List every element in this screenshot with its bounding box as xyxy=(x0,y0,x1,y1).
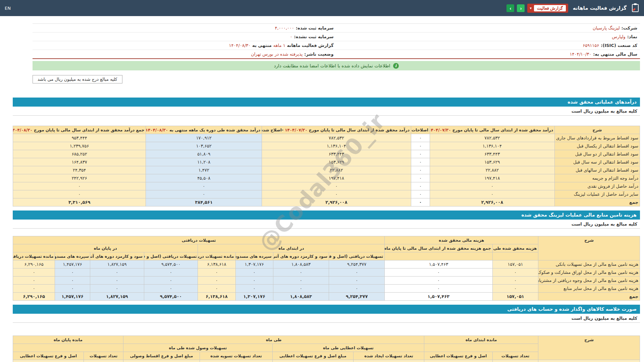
table-row: سود اقساط انتقالی از دو سال قبل۶۳۳,۴۴۳۰۶… xyxy=(13,150,640,158)
value-cell: ۲۲,۸۸۲ xyxy=(430,166,554,174)
fiscal-year-field: سال مالی منتهی به: ۱۴۰۴/۱۰/۳۰ xyxy=(336,50,640,58)
empty-header-cell xyxy=(385,252,492,260)
header-text: -اصلاح شده xyxy=(262,128,285,132)
loans-summary-table: شرح مانده ابتدای ماه طی ماه مانده پایان … xyxy=(13,336,640,362)
income-table-body: سود اقساط مربوط به قراردادهای سال جاری۷۸… xyxy=(13,134,640,206)
value-cell: ۰ xyxy=(411,190,430,198)
group-during-month: طی ماه xyxy=(123,336,424,344)
value-cell: ۱۹۷,۴۱۸ xyxy=(430,174,554,182)
company-info-table: شرکت: لیزینگ پارسیان سرمایه ثبت شده: ۴,۰… xyxy=(33,23,640,59)
topbar: گزارش فعالیت ماهانه گزارش فعالیت ▾ › ‹ E… xyxy=(0,0,644,16)
value-cell: ۰ xyxy=(144,285,198,293)
report-type-label: گزارش فعالیت xyxy=(534,5,566,11)
row-label xyxy=(538,360,640,362)
chevron-down-icon: ▾ xyxy=(530,6,532,10)
amounts-unit-box: کلیه مبالغ درج شده به میلیون ریال می باش… xyxy=(33,75,122,83)
company-info-row: شرکت: لیزینگ پارسیان سرمایه ثبت شده: ۴,۰… xyxy=(33,24,640,33)
report-type-dropdown[interactable]: گزارش فعالیت ▾ xyxy=(527,4,568,13)
value-cell: ۰ xyxy=(235,285,273,293)
table-row: سود اقساط مربوط به قراردادهای سال جاری۷۸… xyxy=(13,134,640,142)
value-cell: ۱,۵۰۷,۴۶۳ xyxy=(385,293,492,301)
header-text: شرح xyxy=(592,128,602,132)
value-cell: ۰ xyxy=(262,190,411,198)
value-cell: ۱,۳۰۷,۱۷۶ xyxy=(235,293,273,301)
signed-info-bar: i اطلاعات نمایش داده شده با اطلاعات امضا… xyxy=(33,61,640,70)
value-cell: ۰ xyxy=(13,268,55,277)
value-cell: ۰ xyxy=(411,166,430,174)
value-cell: ۱۵۳,۶۲۹ xyxy=(430,158,554,166)
value-cell: ۰ xyxy=(385,277,492,285)
value-cell: ۰ xyxy=(13,190,146,198)
subgroup-granted-during-month: تسهیلات اعطایی طی ماه xyxy=(272,344,424,352)
field-value: ۴,۰۰۰,۰۰۰ xyxy=(275,25,294,31)
table-row: جمع۱۵۷,۰۵۱۱,۵۰۷,۴۶۳۹,۲۵۴,۳۷۷۱,۸۰۸,۵۸۳۱,۳… xyxy=(13,293,640,301)
value-cell: ۱,۸۲۷,۱۵۹ xyxy=(90,260,144,268)
row-label: سود اقساط مربوط به قراردادهای سال جاری xyxy=(554,134,640,142)
company-info-row: نماد: ولپارس سرمایه ثبت نشده: ۰ xyxy=(33,33,640,41)
prev-report-button[interactable]: ‹ xyxy=(506,4,514,12)
col-end-principal: تسهیلات دریافتی (اصل و فرع) xyxy=(144,252,198,260)
header-date: ۱۴۰۴/۰۸/۳۰ xyxy=(13,128,33,132)
value-cell xyxy=(84,360,123,362)
subgroup-end-month: در پایان ماه xyxy=(13,244,198,252)
income-table: شرح درآمد محقق شده از ابتدای سال مالی تا… xyxy=(13,126,640,206)
table-row: سود اقساط انتقالی از یکسال قبل۱,۱۳۶,۱۰۴۰… xyxy=(13,142,640,150)
signed-info-text: اطلاعات نمایش داده شده با اطلاعات امضا ش… xyxy=(274,63,390,68)
table-row: سود اقساط انتقالی از سالهای قبل۲۲,۸۸۲۰۲۲… xyxy=(13,166,640,174)
chevron-left-icon: ‹ xyxy=(509,6,511,11)
finance-cost-table: شرح هزینه مالی محقق شده تسهیلات دریافتی … xyxy=(13,236,640,301)
group-received-facilities: تسهیلات دریافتی xyxy=(13,236,385,244)
value-cell: ۶,۱۳۸,۶۱۸ xyxy=(198,260,235,268)
col-ytd-adjusted: درآمد محقق شده از ابتدای سال مالی تا پای… xyxy=(262,126,411,134)
col-cost-during-month: هزینه محقق شده طی ماه xyxy=(492,244,538,252)
col-end-balance: مانده تسهیلات دریافتی xyxy=(13,252,55,260)
value-cell: ۱۵۳,۶۲۹ xyxy=(262,158,411,166)
value-cell: ۰ xyxy=(273,285,329,293)
col-current-month: درآمد محقق شده طی دوره یک ماهه منتهی به … xyxy=(146,126,262,134)
field-value: لیزینگ پارسیان xyxy=(593,25,620,31)
company-name-field: شرکت: لیزینگ پارسیان xyxy=(336,24,640,32)
header-date: ۱۴۰۴/۰۷/۳۰ xyxy=(430,128,451,132)
field-label: سال مالی منتهی به: xyxy=(593,52,637,57)
value-cell: ۶۳۳,۴۴۳ xyxy=(430,150,554,158)
value-cell: ۰ xyxy=(13,277,55,285)
col-begin-count: تعداد تسهیلات xyxy=(492,352,538,360)
header-text: درآمد محقق شده از ابتدای سال مالی تا پای… xyxy=(308,128,410,132)
isic-code-field: کد صنعت (ISIC): ۶۵۹۱۱۵۶ xyxy=(336,41,640,50)
field-label: وضعیت ناشر: xyxy=(304,52,333,57)
value-cell: ۰ xyxy=(90,277,144,285)
value-cell: ۷۸۲,۵۳۲ xyxy=(430,134,554,142)
value-cell: ۰ xyxy=(411,134,430,142)
value-cell: ۰ xyxy=(13,285,55,293)
value-cell: ۰ xyxy=(329,277,385,285)
report-period-field: گزارش فعالیت ماهانه ۱ ماهه منتهی به ۱۴۰۴… xyxy=(33,41,336,50)
value-cell: ۰ xyxy=(385,268,492,277)
subgroup-collected-during-month: تسهیلات وصول شده طی ماه xyxy=(123,344,273,352)
field-label: سرمایه ثبت نشده: xyxy=(294,34,333,39)
row-label: جمع xyxy=(538,293,640,301)
field-label: نماد: xyxy=(627,34,637,39)
value-cell: ۰ xyxy=(273,277,329,285)
symbol-field: نماد: ولپارس xyxy=(336,33,640,41)
value-cell: ۰ xyxy=(411,174,430,182)
col-adjustments: اصلاحات xyxy=(411,126,430,134)
col-created-count: تعداد تسهیلات ایجاد شده xyxy=(353,352,424,360)
value-cell xyxy=(123,360,200,362)
value-cell: ۰ xyxy=(235,268,273,277)
row-label: جمع xyxy=(554,198,640,206)
value-cell: ۱۱,۲۰۸ xyxy=(146,158,262,166)
registered-capital-field: سرمایه ثبت شده: ۴,۰۰۰,۰۰۰ xyxy=(33,24,336,32)
value-cell: ۹,۵۷۴,۵۰۰ xyxy=(144,260,198,268)
value-cell: ۰ xyxy=(492,285,538,293)
value-cell: ۰ xyxy=(492,268,538,277)
col-desc: شرح xyxy=(554,126,640,134)
value-cell: ۰ xyxy=(430,182,554,190)
language-switch[interactable]: EN xyxy=(5,6,11,11)
next-report-button[interactable]: › xyxy=(517,4,525,12)
header-text: درآمد محقق شده از ابتدای سال مالی تا پای… xyxy=(451,128,553,132)
field-label: شرکت: xyxy=(622,25,637,31)
value-cell: ۲,۹۲۶,۰۰۸ xyxy=(430,198,554,206)
value-cell xyxy=(353,360,424,362)
issuer-status-field: وضعیت ناشر: پذیرفته شده در بورس تهران xyxy=(33,50,336,58)
row-label: هزینه تامین منابع مالی از محل اوراق مشار… xyxy=(538,268,640,277)
